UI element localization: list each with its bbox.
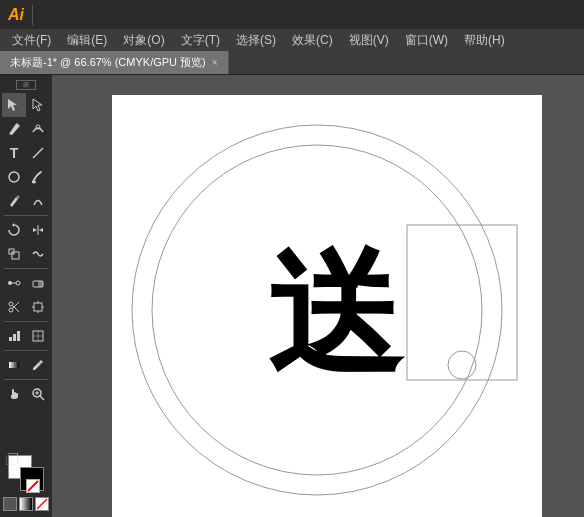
curvature-tool[interactable] (26, 117, 50, 141)
svg-line-14 (13, 306, 20, 313)
hand-tool[interactable] (2, 382, 26, 406)
svg-rect-22 (13, 334, 16, 341)
menu-select[interactable]: 选择(S) (228, 29, 284, 51)
svg-rect-37 (407, 225, 517, 380)
svg-point-3 (32, 181, 36, 184)
line-tool[interactable] (26, 141, 50, 165)
svg-line-15 (13, 302, 20, 309)
type-tool[interactable]: T (2, 141, 26, 165)
svg-rect-11 (38, 281, 43, 287)
document-canvas: 送 (112, 95, 542, 517)
rotate-tool[interactable] (2, 218, 26, 242)
artboard-tool[interactable] (26, 295, 50, 319)
menu-type[interactable]: 文字(T) (173, 29, 228, 51)
warp-tool[interactable] (26, 242, 50, 266)
menu-edit[interactable]: 编辑(E) (59, 29, 115, 51)
tab-bar: 未标题-1* @ 66.67% (CMYK/GPU 预览) × (0, 51, 584, 75)
svg-point-2 (9, 172, 19, 182)
svg-rect-5 (12, 252, 19, 259)
graph-tool[interactable] (2, 324, 26, 348)
none-mode[interactable] (35, 497, 49, 511)
svg-point-38 (448, 351, 476, 379)
direct-select-tool[interactable] (26, 93, 50, 117)
pencil-tool[interactable] (2, 189, 26, 213)
svg-rect-27 (9, 362, 19, 368)
svg-point-8 (16, 281, 20, 285)
scale-tool[interactable] (2, 242, 26, 266)
gradient-mode[interactable] (19, 497, 33, 511)
svg-point-7 (8, 281, 12, 285)
toolbar: ⊞ T (0, 75, 52, 517)
scissors-tool[interactable] (2, 295, 26, 319)
svg-point-13 (9, 308, 13, 312)
menu-file[interactable]: 文件(F) (4, 29, 59, 51)
svg-text:送: 送 (267, 238, 406, 389)
normal-mode[interactable] (3, 497, 17, 511)
menu-help[interactable]: 帮助(H) (456, 29, 513, 51)
svg-line-33 (28, 481, 38, 491)
menu-window[interactable]: 窗口(W) (397, 29, 456, 51)
menu-object[interactable]: 对象(O) (115, 29, 172, 51)
ellipse-tool[interactable] (2, 165, 26, 189)
menu-bar: 文件(F) 编辑(E) 对象(O) 文字(T) 选择(S) 效果(C) 视图(V… (0, 29, 584, 51)
mesh-tool[interactable] (26, 324, 50, 348)
zoom-tool[interactable] (26, 382, 50, 406)
blend-tool[interactable] (2, 271, 26, 295)
reflect-tool[interactable] (26, 218, 50, 242)
svg-line-34 (37, 499, 47, 509)
pen-tool[interactable] (2, 117, 26, 141)
title-bar: Ai (0, 0, 584, 29)
svg-point-12 (9, 302, 13, 306)
color-area (0, 451, 52, 515)
eyedropper-tool[interactable] (26, 353, 50, 377)
svg-rect-23 (17, 331, 20, 341)
document-tab[interactable]: 未标题-1* @ 66.67% (CMYK/GPU 预览) × (0, 51, 229, 74)
color-mode-icons (3, 497, 49, 511)
menu-effect[interactable]: 效果(C) (284, 29, 341, 51)
svg-rect-16 (34, 303, 42, 311)
svg-rect-21 (9, 337, 12, 341)
ai-logo: Ai (8, 6, 24, 24)
gradient-tool[interactable] (2, 353, 26, 377)
artwork-svg: 送 (112, 95, 542, 517)
tab-label: 未标题-1* @ 66.67% (CMYK/GPU 预览) (10, 55, 206, 70)
select-tool[interactable] (2, 93, 26, 117)
canvas-area: 送 (52, 75, 584, 517)
shaper-tool[interactable] (26, 189, 50, 213)
eraser-tool[interactable] (26, 271, 50, 295)
fill-stroke-selector[interactable] (8, 455, 44, 491)
svg-line-1 (33, 148, 43, 158)
svg-line-30 (40, 396, 44, 400)
main-area: ⊞ T (0, 75, 584, 517)
menu-view[interactable]: 视图(V) (341, 29, 397, 51)
brush-tool[interactable] (26, 165, 50, 189)
tab-close-button[interactable]: × (212, 57, 218, 68)
